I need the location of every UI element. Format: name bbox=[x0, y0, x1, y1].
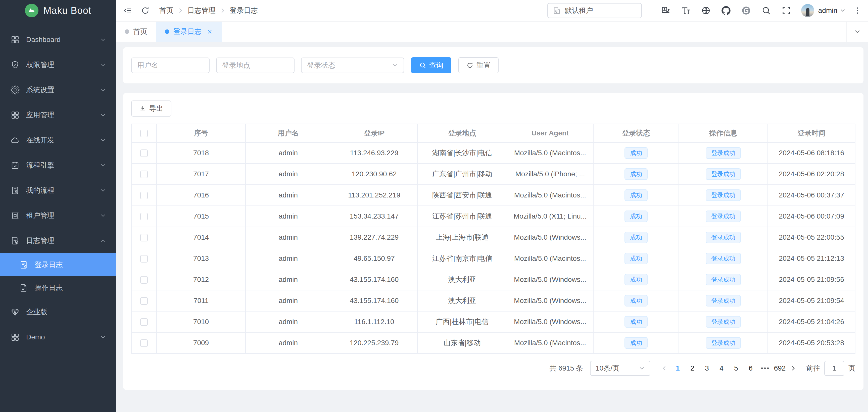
sidebar-item-demo[interactable]: Demo bbox=[0, 324, 116, 350]
operation-badge[interactable]: 登录成功 bbox=[706, 211, 741, 222]
refresh-icon[interactable] bbox=[141, 6, 150, 15]
sidebar-item-my-process[interactable]: 我的流程 bbox=[0, 178, 116, 203]
status-badge[interactable]: 成功 bbox=[624, 295, 648, 307]
row-id-cell: 7011 bbox=[157, 290, 246, 311]
operation-badge[interactable]: 登录成功 bbox=[706, 274, 741, 285]
operation-badge[interactable]: 登录成功 bbox=[706, 168, 741, 180]
gitee-icon[interactable] bbox=[741, 6, 751, 15]
page-number-button[interactable]: 692 bbox=[773, 361, 787, 376]
breadcrumb-item[interactable]: 日志管理 bbox=[187, 6, 216, 15]
status-badge[interactable]: 成功 bbox=[624, 147, 648, 159]
row-checkbox[interactable] bbox=[140, 339, 148, 347]
main-area: 首页日志管理登录日志 默认租户 admin 首页登录日志 bbox=[116, 0, 868, 412]
operation-badge[interactable]: 登录成功 bbox=[706, 295, 741, 307]
row-checkbox[interactable] bbox=[140, 150, 148, 157]
sidebar-item-process-engine[interactable]: 流程引擎 bbox=[0, 153, 116, 178]
chevron-right-icon bbox=[790, 365, 796, 372]
page-number-button[interactable]: 2 bbox=[685, 361, 700, 376]
chevron-up-icon bbox=[100, 237, 106, 244]
row-checkbox[interactable] bbox=[140, 297, 148, 305]
tab-home[interactable]: 首页 bbox=[116, 22, 156, 42]
user-menu[interactable]: admin bbox=[818, 6, 837, 14]
search-icon[interactable] bbox=[762, 6, 771, 15]
sidebar-item-login-log[interactable]: 登录日志 bbox=[0, 253, 116, 276]
operation-badge[interactable]: 登录成功 bbox=[706, 316, 741, 327]
operation-badge[interactable]: 登录成功 bbox=[706, 253, 741, 264]
search-button[interactable]: 查询 bbox=[411, 57, 451, 73]
login-ip-cell: 153.34.233.147 bbox=[331, 206, 417, 227]
next-page-button[interactable] bbox=[787, 361, 799, 376]
status-select[interactable]: 登录状态 bbox=[301, 58, 404, 73]
breadcrumb-item[interactable]: 登录日志 bbox=[230, 6, 258, 15]
sidebar-item-enterprise[interactable]: 企业版 bbox=[0, 299, 116, 324]
status-badge[interactable]: 成功 bbox=[624, 337, 648, 349]
status-badge[interactable]: 成功 bbox=[624, 211, 648, 222]
reset-button[interactable]: 重置 bbox=[458, 57, 499, 73]
sidebar-item-dashboard[interactable]: Dashboard bbox=[0, 27, 116, 52]
sidebar-item-tenant-management[interactable]: 租户管理 bbox=[0, 203, 116, 228]
location-input[interactable] bbox=[216, 58, 294, 73]
fullscreen-icon[interactable] bbox=[781, 6, 791, 15]
page-number-button[interactable]: 5 bbox=[729, 361, 743, 376]
row-checkbox[interactable] bbox=[140, 234, 148, 242]
translate-icon[interactable] bbox=[661, 6, 671, 15]
sidebar-item-operation-log[interactable]: 操作日志 bbox=[0, 276, 116, 299]
status-badge[interactable]: 成功 bbox=[624, 189, 648, 201]
row-checkbox[interactable] bbox=[140, 318, 148, 326]
row-checkbox[interactable] bbox=[140, 255, 148, 262]
sidebar-item-label: 权限管理 bbox=[26, 60, 100, 70]
prev-page-button[interactable] bbox=[658, 361, 671, 376]
operation-badge[interactable]: 登录成功 bbox=[706, 189, 741, 201]
status-badge[interactable]: 成功 bbox=[624, 274, 648, 285]
status-badge[interactable]: 成功 bbox=[624, 253, 648, 264]
status-badge[interactable]: 成功 bbox=[624, 168, 648, 180]
table-row: 7015admin153.34.233.147江苏省|苏州市|联通Mozilla… bbox=[131, 206, 855, 227]
sidebar-item-log-management[interactable]: 日志管理 bbox=[0, 228, 116, 253]
status-badge[interactable]: 成功 bbox=[624, 232, 648, 243]
page-number-button[interactable]: 6 bbox=[743, 361, 758, 376]
select-all-checkbox[interactable] bbox=[140, 130, 148, 137]
close-icon[interactable] bbox=[207, 28, 213, 35]
globe-icon[interactable] bbox=[701, 6, 711, 15]
page-number-button[interactable]: 1 bbox=[671, 361, 685, 376]
github-icon[interactable] bbox=[721, 6, 731, 15]
avatar[interactable] bbox=[801, 4, 814, 17]
pagination: 共 6915 条 10条/页 123456•••692 前往 bbox=[131, 361, 856, 376]
operation-badge[interactable]: 登录成功 bbox=[706, 232, 741, 243]
sidebar-item-label: Demo bbox=[26, 333, 100, 341]
sidebar-item-online-dev[interactable]: 在线开发 bbox=[0, 128, 116, 153]
row-checkbox[interactable] bbox=[140, 192, 148, 199]
table-header-row: 序号用户名登录IP登录地点User Agent登录状态操作信息登录时间 bbox=[131, 124, 855, 142]
goto-page-input[interactable] bbox=[824, 361, 844, 376]
tenant-value: 默认租户 bbox=[565, 6, 593, 15]
login-log-table: 序号用户名登录IP登录地点User Agent登录状态操作信息登录时间 7018… bbox=[131, 124, 856, 354]
tab-login-log[interactable]: 登录日志 bbox=[156, 22, 222, 42]
status-badge[interactable]: 成功 bbox=[624, 316, 648, 327]
breadcrumb-item[interactable]: 首页 bbox=[159, 6, 174, 15]
kebab-menu-icon[interactable] bbox=[854, 6, 862, 15]
collapse-sidebar-icon[interactable] bbox=[123, 6, 132, 15]
sidebar-item-system-settings[interactable]: 系统设置 bbox=[0, 77, 116, 102]
font-size-icon[interactable] bbox=[681, 6, 690, 15]
page-number-button[interactable]: 3 bbox=[700, 361, 714, 376]
more-pages-button[interactable]: ••• bbox=[758, 361, 773, 376]
sidebar-item-app-management[interactable]: 应用管理 bbox=[0, 102, 116, 128]
row-select-cell bbox=[131, 269, 157, 290]
operation-badge[interactable]: 登录成功 bbox=[706, 337, 741, 349]
export-button[interactable]: 导出 bbox=[131, 100, 172, 117]
row-checkbox[interactable] bbox=[140, 213, 148, 220]
page-number-button[interactable]: 4 bbox=[714, 361, 729, 376]
operation-badge[interactable]: 登录成功 bbox=[706, 147, 741, 159]
row-checkbox[interactable] bbox=[140, 276, 148, 284]
username-input[interactable] bbox=[131, 58, 210, 73]
sidebar-item-permissions[interactable]: 权限管理 bbox=[0, 52, 116, 77]
tab-actions-dropdown[interactable] bbox=[846, 22, 868, 42]
tenant-select[interactable]: 默认租户 bbox=[547, 3, 642, 18]
app-logo[interactable]: Maku Boot bbox=[0, 0, 116, 21]
reset-button-label: 重置 bbox=[476, 61, 491, 70]
chevron-down-icon bbox=[100, 87, 106, 93]
page-size-select[interactable]: 10条/页 bbox=[590, 361, 650, 376]
login-status-cell: 成功 bbox=[593, 311, 679, 332]
chevron-down-icon[interactable] bbox=[840, 7, 846, 13]
row-checkbox[interactable] bbox=[140, 170, 148, 178]
